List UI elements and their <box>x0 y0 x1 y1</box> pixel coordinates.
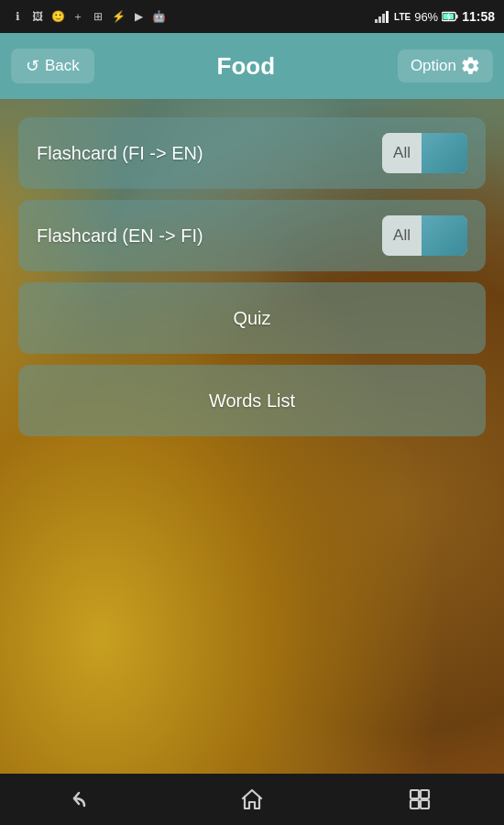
toggle-en-fi-value: All <box>382 215 422 256</box>
content-area: Flashcard (FI -> EN) All Flashcard (EN -… <box>0 99 504 774</box>
back-button[interactable]: ↺ Back <box>11 49 94 83</box>
nav-recent-button[interactable] <box>397 774 443 825</box>
grid-icon: ⊞ <box>90 8 106 25</box>
plus-icon: ＋ <box>70 8 86 25</box>
flashcard-en-fi-label: Flashcard (EN -> FI) <box>37 226 203 247</box>
cards-container: Flashcard (FI -> EN) All Flashcard (EN -… <box>18 117 486 436</box>
status-icons-left: ℹ 🖼 🙂 ＋ ⊞ ⚡ ▶ 🤖 <box>9 8 167 25</box>
quiz-label: Quiz <box>233 308 270 329</box>
flashcard-en-fi-toggle[interactable]: All <box>382 215 467 256</box>
battery-percentage: 96% <box>414 10 438 24</box>
nav-home-button[interactable] <box>229 774 275 825</box>
svg-rect-3 <box>386 11 389 23</box>
status-time: 11:58 <box>462 9 495 24</box>
recent-apps-icon <box>409 788 431 810</box>
svg-rect-5 <box>456 15 458 19</box>
words-list-card[interactable]: Words List <box>18 365 486 436</box>
toggle-fi-en-value: All <box>382 133 422 173</box>
svg-rect-1 <box>378 16 381 23</box>
words-list-label: Words List <box>209 390 295 412</box>
nav-back-icon <box>71 789 97 809</box>
svg-rect-11 <box>421 790 429 798</box>
back-button-label: Back <box>45 57 80 75</box>
svg-rect-10 <box>411 790 419 798</box>
image-icon: 🖼 <box>29 8 46 25</box>
flashcard-fi-en-toggle[interactable]: All <box>382 133 467 173</box>
lte-icon: LTE <box>394 8 411 25</box>
svg-rect-2 <box>382 14 385 23</box>
toggle-fi-en-colored <box>422 133 467 173</box>
page-title: Food <box>217 52 276 81</box>
home-icon <box>240 787 264 811</box>
emoji-icon: 🙂 <box>49 8 66 25</box>
bottom-nav-bar <box>0 774 504 825</box>
top-nav-bar: ↺ Back Food Option <box>0 33 504 99</box>
usb-icon: ⚡ <box>110 8 126 25</box>
back-arrow-icon: ↺ <box>26 56 39 76</box>
toggle-en-fi-colored <box>422 215 467 256</box>
flashcard-fi-en-label: Flashcard (FI -> EN) <box>37 143 203 164</box>
flashcard-en-fi-card[interactable]: Flashcard (EN -> FI) All <box>18 200 486 271</box>
media-icon: ▶ <box>130 8 147 25</box>
option-button[interactable]: Option <box>398 50 493 82</box>
svg-rect-0 <box>375 19 378 23</box>
flashcard-fi-en-card[interactable]: Flashcard (FI -> EN) All <box>18 117 486 189</box>
status-icons-right: LTE 96% 11:58 <box>374 8 495 25</box>
signal-icon <box>374 8 390 25</box>
nav-back-button[interactable] <box>61 774 107 825</box>
info-icon: ℹ <box>9 8 26 25</box>
svg-rect-12 <box>411 800 419 808</box>
gear-icon <box>462 57 480 75</box>
quiz-card[interactable]: Quiz <box>18 282 486 354</box>
battery-icon <box>442 8 458 25</box>
android-icon: 🤖 <box>150 8 167 25</box>
svg-rect-13 <box>421 800 429 808</box>
status-bar: ℹ 🖼 🙂 ＋ ⊞ ⚡ ▶ 🤖 LTE 96% <box>0 0 504 33</box>
option-button-label: Option <box>411 57 456 75</box>
